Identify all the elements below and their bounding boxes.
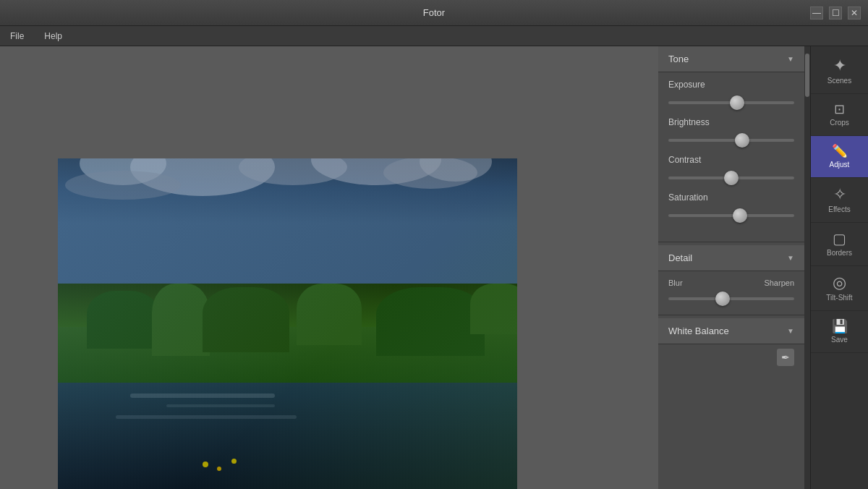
close-button[interactable]: ✕ xyxy=(848,7,861,20)
scenes-label: Scenes xyxy=(827,77,851,85)
brightness-label: Brightness xyxy=(668,117,794,127)
right-panel: Tone ▼ Exposure Brightness Contrast Satu… xyxy=(658,46,868,489)
borders-icon: ▢ xyxy=(833,231,846,246)
exposure-slider[interactable] xyxy=(668,101,794,104)
wb-icon-row: ✒ xyxy=(658,344,804,369)
tone-section-header[interactable]: Tone ▼ xyxy=(658,46,804,72)
minimize-button[interactable]: — xyxy=(810,7,823,20)
sidebar-item-save[interactable]: 💾 Save xyxy=(811,311,868,353)
brightness-slider-row: Brightness xyxy=(668,117,794,145)
detail-label: Detail xyxy=(668,252,692,263)
main-container: Tone ▼ Exposure Brightness Contrast Satu… xyxy=(0,46,868,489)
canvas-area xyxy=(0,46,658,489)
effects-icon: ✧ xyxy=(833,187,846,203)
detail-section-body: Blur Sharpen xyxy=(658,271,804,315)
tone-arrow-icon: ▼ xyxy=(787,55,794,63)
adjust-label: Adjust xyxy=(830,161,850,169)
tiltshift-label: Tilt-Shift xyxy=(826,294,852,302)
contrast-slider[interactable] xyxy=(668,177,794,179)
sidebar-item-borders[interactable]: ▢ Borders xyxy=(811,223,868,266)
photo-canvas[interactable] xyxy=(58,135,517,489)
highlights-layer xyxy=(58,135,517,489)
sidebar-item-scenes[interactable]: ✦ Scenes xyxy=(811,49,868,94)
app-title: Fotor xyxy=(423,7,445,18)
canvas-top-gray xyxy=(0,46,658,158)
crops-icon: ⊡ xyxy=(834,103,845,116)
save-icon: 💾 xyxy=(832,320,848,333)
title-bar: Fotor — ☐ ✕ xyxy=(0,0,868,26)
borders-label: Borders xyxy=(827,249,852,257)
tiltshift-icon: ◎ xyxy=(833,275,846,291)
window-controls: — ☐ ✕ xyxy=(810,0,861,25)
scroll-thumb[interactable] xyxy=(805,54,809,97)
detail-section-header[interactable]: Detail ▼ xyxy=(658,245,804,271)
contrast-slider-row: Contrast xyxy=(668,155,794,182)
maximize-button[interactable]: ☐ xyxy=(829,7,842,20)
sidebar-item-tiltshift[interactable]: ◎ Tilt-Shift xyxy=(811,266,868,311)
detail-slider[interactable] xyxy=(668,297,794,300)
detail-arrow-icon: ▼ xyxy=(787,254,794,262)
sidebar-item-crops[interactable]: ⊡ Crops xyxy=(811,94,868,136)
scenes-icon: ✦ xyxy=(833,58,846,74)
eyedropper-icon: ✒ xyxy=(781,352,790,363)
eyedropper-button[interactable]: ✒ xyxy=(777,349,794,366)
save-label: Save xyxy=(831,336,848,344)
white-balance-label: White Balance xyxy=(668,326,729,336)
menu-bar: File Help xyxy=(0,26,868,46)
adjust-panel: Tone ▼ Exposure Brightness Contrast Satu… xyxy=(658,46,804,489)
menu-help[interactable]: Help xyxy=(40,30,67,43)
canvas-left-gray xyxy=(0,46,58,489)
saturation-label: Saturation xyxy=(668,192,794,203)
sharpen-label: Sharpen xyxy=(764,278,794,287)
scroll-track[interactable] xyxy=(804,46,810,489)
sidebar-item-adjust[interactable]: ✏️ Adjust xyxy=(811,136,868,178)
effects-label: Effects xyxy=(828,205,850,213)
contrast-label: Contrast xyxy=(668,155,794,165)
white-balance-section-header[interactable]: White Balance ▼ xyxy=(658,318,804,344)
wb-arrow-icon: ▼ xyxy=(787,327,794,335)
image-container xyxy=(58,135,517,489)
saturation-slider[interactable] xyxy=(668,214,794,217)
divider-1 xyxy=(658,242,804,242)
sidebar-icons: ✦ Scenes ⊡ Crops ✏️ Adjust ✧ Effects ▢ B… xyxy=(810,46,868,489)
brightness-slider[interactable] xyxy=(668,139,794,142)
divider-2 xyxy=(658,315,804,315)
sidebar-item-effects[interactable]: ✧ Effects xyxy=(811,178,868,223)
crops-label: Crops xyxy=(830,119,849,127)
exposure-label: Exposure xyxy=(668,80,794,90)
blur-sharpen-labels: Blur Sharpen xyxy=(668,278,794,287)
tone-label: Tone xyxy=(668,54,689,64)
exposure-slider-row: Exposure xyxy=(668,80,794,107)
tone-section-body: Exposure Brightness Contrast Saturation xyxy=(658,72,804,242)
saturation-slider-row: Saturation xyxy=(668,192,794,220)
adjust-icon: ✏️ xyxy=(832,145,848,158)
blur-label: Blur xyxy=(668,278,683,287)
menu-file[interactable]: File xyxy=(6,30,28,43)
